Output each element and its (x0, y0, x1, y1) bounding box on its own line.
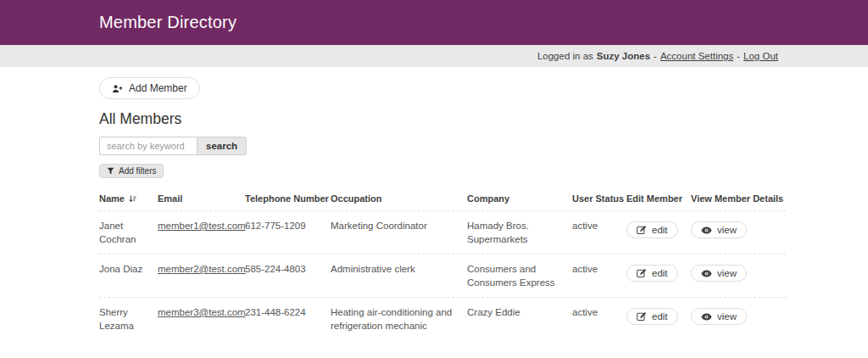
column-header-email: Email (158, 188, 245, 210)
member-status: active (572, 211, 626, 254)
edit-icon (637, 268, 647, 278)
view-button-label: view (717, 225, 737, 235)
member-company: Hamady Bros. Supermarkets (467, 211, 572, 254)
view-member-button[interactable]: view (691, 265, 747, 282)
table-row: Sherry Lezama member3@test.com 231-448-6… (99, 298, 786, 340)
member-phone: 231-448-6224 (245, 298, 331, 340)
search-bar: search (99, 137, 788, 155)
main-content: Add Member All Members search Add filter… (0, 67, 788, 340)
table-row: Janet Cochran member1@test.com 612-775-1… (99, 211, 786, 255)
all-members-heading: All Members (99, 110, 788, 128)
eye-icon (701, 227, 712, 234)
add-filters-button[interactable]: Add filters (99, 164, 164, 178)
column-header-phone: Telephone Number (245, 188, 331, 210)
member-name: Janet Cochran (99, 211, 158, 254)
search-button[interactable]: search (197, 137, 247, 155)
member-phone: 585-224-4803 (245, 255, 331, 297)
logged-in-user: Suzy Jones (597, 51, 650, 61)
column-header-edit-member: Edit Member (626, 188, 691, 210)
member-company: Consumers and Consumers Express (467, 255, 572, 297)
separator: - (737, 51, 740, 61)
view-button-label: view (717, 268, 737, 278)
edit-button-label: edit (652, 268, 668, 278)
member-company: Crazy Eddie (467, 298, 572, 340)
page-title: Member Directory (99, 13, 236, 32)
eye-icon (701, 270, 712, 277)
member-status: active (572, 255, 626, 297)
member-email-link[interactable]: member1@test.com (158, 221, 246, 231)
user-plus-icon (112, 84, 123, 93)
logged-in-prefix: Logged in as (537, 51, 593, 61)
add-filters-label: Add filters (119, 166, 156, 176)
table-header-row: Name Email Telephone Number Occupation C… (99, 188, 786, 211)
edit-icon (637, 225, 647, 235)
member-email-link[interactable]: member3@test.com (158, 307, 246, 317)
edit-member-button[interactable]: edit (626, 308, 678, 325)
column-header-company: Company (467, 188, 572, 210)
filter-icon (107, 167, 114, 175)
column-header-user-status: User Status (572, 188, 626, 210)
sort-icon[interactable] (128, 194, 137, 204)
view-member-button[interactable]: view (691, 308, 747, 325)
member-occupation: Marketing Coordinator (331, 211, 467, 254)
column-header-name[interactable]: Name (99, 188, 158, 210)
member-occupation: Heating air-conditioning and refrigerati… (331, 298, 467, 340)
edit-button-label: edit (652, 311, 668, 322)
add-member-button[interactable]: Add Member (99, 77, 200, 99)
member-name: Jona Diaz (99, 255, 158, 297)
member-phone: 612-775-1209 (245, 211, 331, 254)
search-input[interactable] (99, 137, 197, 155)
member-email-link[interactable]: member2@test.com (158, 264, 246, 274)
column-header-name-label: Name (99, 193, 125, 204)
account-settings-link[interactable]: Account Settings (660, 51, 733, 61)
edit-button-label: edit (652, 225, 668, 235)
column-header-view-member-details: View Member Details (691, 188, 786, 210)
member-occupation: Administrative clerk (331, 255, 467, 297)
member-name: Sherry Lezama (99, 298, 158, 340)
members-table: Name Email Telephone Number Occupation C… (99, 188, 786, 340)
log-out-link[interactable]: Log Out (743, 51, 778, 61)
column-header-occupation: Occupation (331, 188, 467, 210)
edit-member-button[interactable]: edit (626, 221, 678, 238)
view-button-label: view (717, 311, 737, 322)
add-member-label: Add Member (129, 82, 187, 94)
member-status: active (572, 298, 626, 340)
view-member-button[interactable]: view (691, 221, 747, 238)
account-bar: Logged in as Suzy Jones - Account Settin… (0, 45, 868, 67)
app-header: Member Directory (0, 0, 868, 45)
separator: - (654, 51, 657, 61)
eye-icon (701, 313, 712, 321)
edit-icon (637, 311, 647, 322)
edit-member-button[interactable]: edit (626, 265, 678, 282)
table-row: Jona Diaz member2@test.com 585-224-4803 … (99, 255, 786, 298)
